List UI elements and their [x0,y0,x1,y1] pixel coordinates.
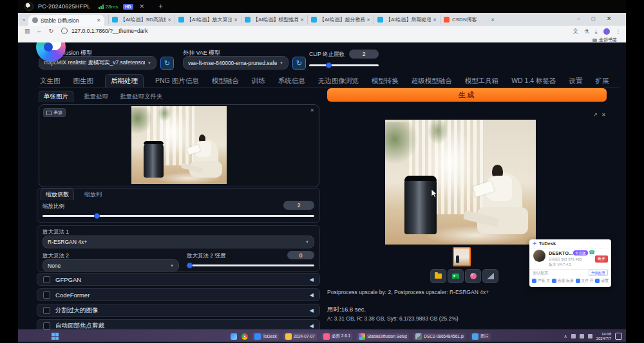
tab-settings[interactable]: 设置 [568,75,584,88]
disconnect-button[interactable]: 断开 [595,255,608,263]
tab-infinite-image-browser[interactable]: 无边图像浏览 [317,75,360,88]
upgrade-button[interactable]: 升级配置 [589,270,608,276]
sound-toggle[interactable]: 声音 关 [532,278,550,284]
gallery-thumbnail-selected[interactable] [453,247,471,266]
accordion-split-oversized[interactable]: 分割过大的图像 ◀ [37,304,320,317]
tab-extras[interactable]: 后期处理 [105,74,144,88]
site-info-icon[interactable] [61,28,68,34]
accordion-auto-face-crop[interactable]: 自动面部焦点剪裁 ◀ [37,319,320,329]
accordion-gfpgan[interactable]: GFPGAN ◀ [37,273,320,286]
browser-tab[interactable]: CSDN博客 ✕ [440,15,498,24]
taskbar-item-pictures[interactable]: 图片 [470,333,491,340]
tab-close-icon[interactable]: ✕ [167,17,171,23]
start-button[interactable] [52,333,59,340]
taskbar-item-bcut[interactable]: 必剪 2.6.1 [321,333,352,340]
tab-extensions[interactable]: 扩展 [594,75,611,88]
tab-close-icon[interactable]: ✕ [366,17,370,23]
browser-tab-active[interactable]: Stable Diffusion ✕ [28,15,104,26]
split-oversized-checkbox[interactable] [43,307,50,314]
vae-dropdown[interactable]: vae-ft-mse-840000-ema-pruned.safetensors… [183,56,289,70]
resize-slider[interactable] [43,213,314,219]
codeformer-checkbox[interactable] [43,292,50,299]
tab-wd-tagger[interactable]: WD 1.4 标签器 [510,75,557,88]
notification-center-icon[interactable] [615,333,622,340]
taskbar-clock[interactable]: 14:08 2024/7/7 [596,332,611,341]
upscaler2-dropdown[interactable]: None ▼ [43,259,179,272]
tab-super-merger[interactable]: 超级模型融合 [410,75,453,88]
window-maximize-button[interactable]: ▢ [591,16,596,21]
upscaler2-visibility-slider[interactable] [187,263,314,268]
taskbar-item-sd-setup[interactable]: StableDiffusion Setup [357,333,409,340]
download-icon[interactable]: ⤓ [595,28,598,35]
taskbar-item-png-file[interactable]: DSC2-0865484561.png [413,333,466,340]
task-view-icon[interactable] [231,333,237,340]
clip-skip-value[interactable]: 2 [349,50,379,59]
upscaler1-dropdown[interactable]: R-ESRGAN 4x+ ▼ [43,236,314,248]
browser-menu-icon[interactable]: ⋮ [616,28,621,35]
tab-png-info[interactable]: PNG 图片信息 [154,75,200,88]
close-gallery-icon[interactable]: ✕ [601,112,606,118]
tab-close-icon[interactable]: ✕ [97,18,100,23]
address-bar[interactable]: 127.0.0.1:7860/?__theme=dark [71,28,147,34]
hd-quality-badge[interactable]: HD [123,4,133,10]
clip-skip-slider[interactable] [309,62,379,68]
browser-tab[interactable]: 【AI绘画】后期处理_哔哩哔哩_bilibili ✕ [374,15,440,24]
tab-scale-to[interactable]: 缩放到 [83,189,103,200]
side-panel-icon[interactable]: ▥ [24,28,30,34]
tab-close-icon[interactable]: ✕ [234,17,238,23]
network-icon[interactable] [571,334,576,338]
auto-face-crop-checkbox[interactable] [43,322,50,329]
window-close-button[interactable]: ✕ [607,15,612,22]
taskbar-item-todesk[interactable]: ToDesk [252,333,279,340]
new-session-tab-button[interactable]: + [158,2,163,11]
clear-image-icon[interactable]: ✕ [310,107,314,113]
tray-chevron-up-icon[interactable]: ∧ [564,334,567,339]
tab-checkpoint-merger[interactable]: 模型融合 [211,75,240,88]
gfpgan-checkbox[interactable] [43,276,50,283]
taskbar-item-folder[interactable]: 2024-07-07 [283,333,317,340]
browser-tab[interactable]: 【AI绘画】超分教程_哔哩哔哩_bilibili ✕ [307,15,374,24]
refresh-models-button[interactable]: ↻ [160,57,174,70]
resize-value[interactable]: 2 [283,201,314,210]
subtab-batch-process[interactable]: 批量处理 [82,91,109,102]
tab-close-icon[interactable]: ✕ [491,17,495,23]
tab-txt2img[interactable]: 文生图 [39,75,62,88]
tab-model-converter[interactable]: 模型转换 [370,75,400,88]
browser-tab[interactable]: 【AI绘画】模型推荐_哔哩哔哩_bilibili ✕ [241,15,307,24]
tab-img2img[interactable]: 图生图 [72,75,95,88]
phone-icon[interactable]: ☎ [589,250,595,255]
browser-tab[interactable]: 【AI绘画】SD高清放大_哔哩哔哩_bilibili ✕ [108,15,175,24]
tab-close-icon[interactable]: ✕ [433,17,437,23]
refresh-vae-button[interactable]: ↻ [292,57,306,70]
profile-avatar[interactable] [603,28,610,35]
subtab-batch-folder[interactable]: 批量处理文件夹 [118,91,164,102]
refresh-icon[interactable]: ↻ [49,28,54,34]
window-minimize-button[interactable]: – [577,15,580,22]
tab-search-chevron-icon[interactable]: ⌄ [22,16,26,22]
expand-image-icon[interactable]: ↗ [593,112,598,118]
file-transfer-toggle[interactable]: 文件 开 [576,278,594,284]
subtab-single-image[interactable]: 单张图片 [39,91,73,102]
tab-train[interactable]: 训练 [251,75,267,88]
send-to-img2img-button[interactable] [465,269,481,283]
close-session-icon[interactable]: ✕ [140,3,145,10]
tab-model-toolkit[interactable]: 模型工具箱 [464,75,500,88]
accordion-codeformer[interactable]: CodeFormer ◀ [37,288,320,301]
back-icon[interactable]: ← [37,28,43,34]
translate-icon[interactable]: 文 [573,28,579,35]
open-folder-button[interactable] [430,269,446,283]
settings-toggle[interactable]: 设置 [595,278,609,284]
tab-system-info[interactable]: 系统信息 [277,75,307,88]
ime-icon[interactable] [588,334,592,338]
generate-button[interactable]: 生成 [327,88,607,102]
source-image-dropzone[interactable]: 来源 ✕ [39,104,319,187]
save-image-button[interactable] [448,269,464,283]
send-to-extras-button[interactable] [482,269,498,283]
upscaler2-visibility-value[interactable]: 0 [287,251,314,259]
quality-toggle[interactable]: 画质 标清 [552,278,574,284]
tab-close-icon[interactable]: ✕ [300,17,304,23]
chrome-icon[interactable] [242,333,248,340]
browser-tab[interactable]: 【AI绘画】放大算法对比_哔哩哔哩_bilibili ✕ [175,15,241,24]
extension-icon[interactable]: ⚗ [584,28,589,35]
generated-image-preview[interactable] [385,120,536,245]
